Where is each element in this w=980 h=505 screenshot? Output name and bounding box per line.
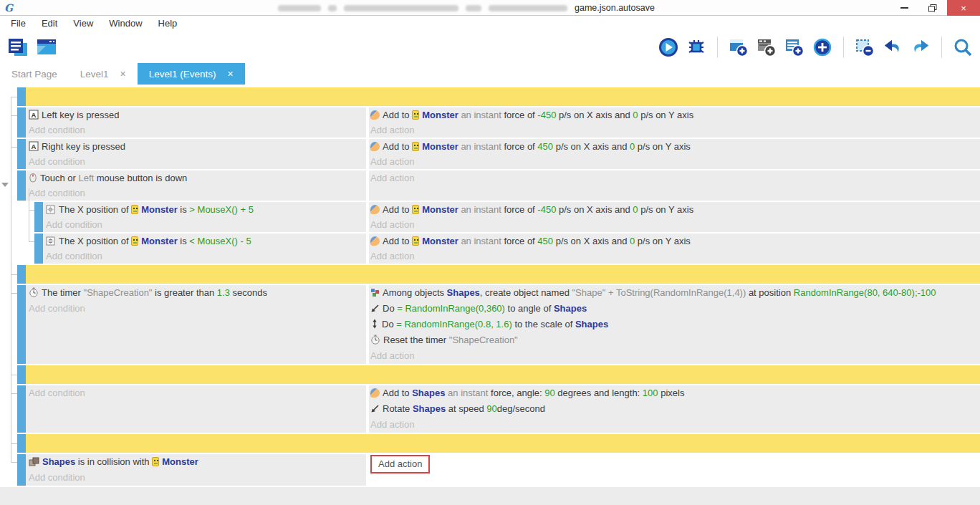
group-header[interactable] [26, 87, 980, 106]
actions-cell[interactable]: Add to Monster an instant force of -450 … [369, 202, 980, 232]
minimize-button[interactable] [890, 0, 918, 16]
action-line[interactable]: Add to Monster an instant force of -450 … [370, 202, 980, 217]
conditions-cell[interactable]: ARight key is pressedAdd condition [26, 139, 366, 169]
add-condition-placeholder[interactable]: Add condition [29, 301, 366, 317]
add-action-placeholder[interactable]: Add action [370, 348, 980, 364]
run-preview-icon[interactable] [658, 37, 678, 57]
add-condition-placeholder[interactable]: Add condition [29, 154, 366, 169]
add-action-placeholder[interactable]: Add action [370, 454, 980, 473]
add-action-placeholder[interactable]: Add action [370, 217, 980, 232]
restore-button[interactable] [918, 0, 947, 16]
conditions-cell[interactable]: Touch or Left mouse button is downAdd co… [26, 170, 366, 201]
timer-icon [29, 287, 39, 297]
event-color-bar[interactable] [17, 285, 26, 364]
conditions-cell[interactable]: The timer "ShapeCreation" is greater tha… [26, 285, 366, 364]
delete-selection-icon[interactable] [855, 37, 875, 57]
add-condition-placeholder[interactable]: Add condition [29, 186, 366, 201]
actions-cell[interactable]: Add action [369, 454, 980, 486]
tab-level1[interactable]: Level1× [69, 63, 138, 85]
add-action-placeholder[interactable]: Add action [370, 249, 980, 264]
group-header[interactable] [26, 434, 980, 453]
project-manager-icon[interactable] [7, 37, 27, 57]
action-line[interactable]: Add to Monster an instant force of 450 p… [370, 139, 980, 154]
debug-icon[interactable] [686, 37, 706, 57]
actions-cell[interactable]: Add to Shapes an instant force, angle: 9… [369, 385, 980, 433]
condition-line[interactable]: The timer "ShapeCreation" is greater tha… [29, 285, 366, 301]
force-icon [370, 110, 380, 120]
tree-line [29, 210, 34, 211]
event-color-bar[interactable] [17, 385, 26, 433]
group-header[interactable] [26, 365, 980, 384]
condition-line[interactable]: Touch or Left mouse button is down [29, 170, 366, 186]
actions-cell[interactable]: Add to Monster an instant force of 450 p… [369, 139, 980, 169]
conditions-cell[interactable]: ALeft key is pressedAdd condition [26, 107, 366, 138]
redo-icon[interactable] [911, 37, 931, 57]
event-color-bar[interactable] [17, 365, 26, 384]
scene-editor-icon[interactable] [36, 37, 56, 57]
add-condition-placeholder[interactable]: Add condition [46, 217, 366, 232]
action-line[interactable]: Add to Monster an instant force of 450 p… [370, 234, 980, 249]
event-row: The X position of Monster is > MouseX() … [34, 202, 980, 232]
event-color-bar[interactable] [17, 265, 26, 284]
add-other-event-icon[interactable] [812, 37, 832, 57]
event-color-bar[interactable] [34, 202, 43, 232]
add-event-icon[interactable] [729, 37, 749, 57]
tree-line [29, 241, 34, 242]
actions-cell[interactable]: Add action [369, 170, 980, 201]
event-color-bar[interactable] [17, 87, 26, 106]
force-icon [370, 142, 380, 151]
event-color-bar[interactable] [17, 139, 26, 169]
actions-cell[interactable]: Among objects Shapes, create object name… [369, 285, 980, 364]
condition-line[interactable]: The X position of Monster is > MouseX() … [46, 202, 366, 217]
conditions-cell[interactable]: Shapes is in collision with MonsterAdd c… [26, 454, 366, 486]
add-action-placeholder[interactable]: Add action [370, 122, 980, 138]
action-line[interactable]: Add to Monster an instant force of -450 … [370, 107, 980, 122]
action-line[interactable]: Do = RandomInRange(0,360) to angle of Sh… [370, 301, 980, 317]
add-action-placeholder[interactable]: Add action [370, 417, 980, 433]
event-color-bar[interactable] [17, 434, 26, 453]
actions-cell[interactable]: Add to Monster an instant force of 450 p… [369, 234, 980, 264]
tree-line [11, 393, 17, 394]
action-line[interactable]: Rotate Shapes at speed 90deg/second [370, 401, 980, 417]
add-action-placeholder[interactable]: Add action [370, 170, 980, 186]
conditions-cell[interactable]: Add condition [26, 385, 366, 433]
tab-close-icon[interactable]: × [120, 68, 126, 80]
tree-line [11, 97, 17, 97]
event-color-bar[interactable] [17, 170, 26, 201]
menu-item-file[interactable]: File [3, 16, 34, 32]
add-condition-placeholder[interactable]: Add condition [29, 385, 366, 401]
actions-cell[interactable]: Add to Monster an instant force of -450 … [369, 107, 980, 138]
event-color-bar[interactable] [34, 234, 43, 264]
undo-icon[interactable] [883, 37, 903, 57]
menu-item-view[interactable]: View [65, 16, 101, 32]
menu-item-help[interactable]: Help [150, 16, 186, 32]
tree-line [11, 274, 17, 275]
tab-start-page[interactable]: Start Page [0, 63, 69, 85]
add-condition-placeholder[interactable]: Add condition [29, 122, 366, 138]
tab-level1-events-[interactable]: Level1 (Events)× [138, 63, 245, 85]
condition-line[interactable]: ARight key is pressed [29, 139, 366, 154]
action-line[interactable]: Do = RandomInRange(0.8, 1.6) to the scal… [370, 317, 980, 332]
condition-line[interactable]: ALeft key is pressed [29, 107, 366, 122]
add-comment-icon[interactable] [784, 37, 804, 57]
action-line[interactable]: Reset the timer "ShapeCreation" [370, 332, 980, 348]
action-line[interactable]: Add to Shapes an instant force, angle: 9… [370, 385, 980, 401]
action-line[interactable]: Among objects Shapes, create object name… [370, 285, 980, 301]
condition-line[interactable]: Shapes is in collision with Monster [29, 454, 366, 470]
conditions-cell[interactable]: The X position of Monster is < MouseX() … [43, 234, 366, 264]
add-condition-placeholder[interactable]: Add condition [29, 470, 366, 486]
close-button[interactable]: × [947, 0, 980, 16]
conditions-cell[interactable]: The X position of Monster is > MouseX() … [43, 202, 366, 232]
event-color-bar[interactable] [17, 107, 26, 138]
menu-item-edit[interactable]: Edit [34, 16, 65, 32]
group-header[interactable] [26, 265, 980, 284]
event-color-bar[interactable] [17, 454, 26, 486]
tab-close-icon[interactable]: × [228, 68, 234, 80]
condition-line[interactable]: The X position of Monster is < MouseX() … [46, 234, 366, 249]
add-subevent-icon[interactable] [756, 37, 777, 57]
search-icon[interactable] [953, 37, 973, 57]
menu-item-window[interactable]: Window [101, 16, 150, 32]
add-action-placeholder[interactable]: Add action [370, 154, 980, 169]
collapse-caret-icon[interactable] [1, 183, 9, 187]
add-condition-placeholder[interactable]: Add condition [46, 249, 366, 264]
